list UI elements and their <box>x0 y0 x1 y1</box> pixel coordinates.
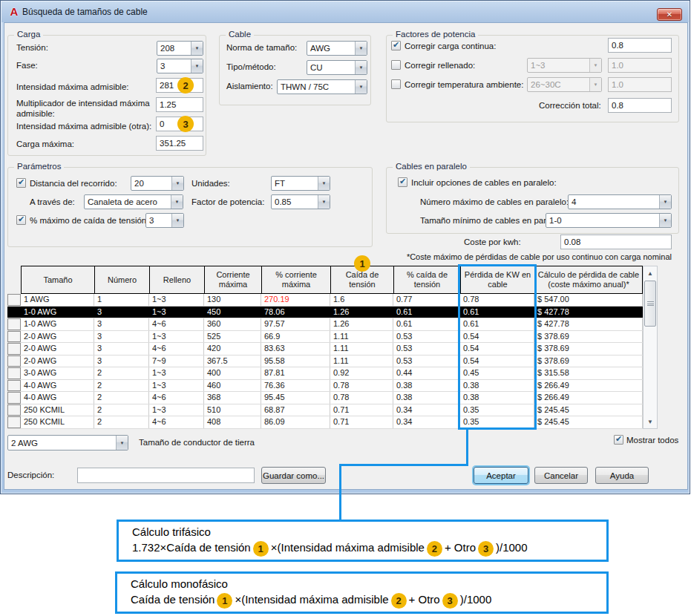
table-cell[interactable]: 400 <box>204 367 261 379</box>
table-cell[interactable]: 367.5 <box>204 355 261 367</box>
table-row[interactable]: 2-0 AWG34~642083.631.110.530.54$ 378.69 <box>7 343 643 355</box>
table-cell[interactable]: 250 KCMIL <box>21 404 94 416</box>
row-selector[interactable] <box>7 404 21 416</box>
table-cell[interactable]: 3-0 AWG <box>21 367 94 379</box>
table-cell[interactable]: $ 266.49 <box>534 392 643 404</box>
table-cell[interactable]: $ 378.69 <box>534 343 643 355</box>
aceptar-button[interactable]: Aceptar <box>474 467 528 484</box>
table-cell[interactable]: 4-0 AWG <box>21 392 94 404</box>
row-selector[interactable] <box>7 392 21 404</box>
mostrar-todos-checkbox[interactable] <box>614 435 623 445</box>
tipo-dropdown-button[interactable]: ▼ <box>355 61 367 74</box>
table-cell[interactable]: 1~3 <box>149 367 204 379</box>
table-cell[interactable]: 1 AWG <box>21 294 94 306</box>
row-selector[interactable] <box>7 380 21 392</box>
table-cell[interactable]: 3 <box>94 343 149 355</box>
table-cell[interactable]: 83.63 <box>261 343 330 355</box>
table-cell[interactable]: 2-0 AWG <box>21 343 94 355</box>
table-cell[interactable]: 0.35 <box>460 416 534 428</box>
table-cell[interactable]: 97.57 <box>261 318 330 330</box>
table-row[interactable]: 2-0 AWG31~352566.91.110.530.54$ 378.69 <box>7 331 643 344</box>
column-header[interactable] <box>7 266 21 294</box>
row-selector[interactable] <box>7 416 21 428</box>
multiplicador-input[interactable] <box>156 97 203 112</box>
column-header[interactable]: Corriente máxima <box>204 266 261 294</box>
tierra-select[interactable]: 2 AWG ▼ <box>7 435 128 450</box>
title-bar[interactable]: A Búsqueda de tamaños de cable ✕ <box>1 1 689 22</box>
traves-select[interactable]: Canaleta de acero ▼ <box>84 194 183 209</box>
column-header[interactable]: % corriente máxima <box>261 266 330 294</box>
table-cell[interactable]: 0.38 <box>460 380 534 392</box>
table-cell[interactable]: $ 245.45 <box>534 416 643 428</box>
table-cell[interactable]: 0.53 <box>393 331 460 343</box>
table-cell[interactable]: 250 KCMIL <box>21 416 94 428</box>
table-cell[interactable]: $ 315.58 <box>534 367 643 379</box>
table-cell[interactable]: 0.44 <box>393 367 460 379</box>
table-cell[interactable]: 0.54 <box>460 331 534 343</box>
table-cell[interactable]: 0.34 <box>393 416 460 428</box>
coste-input[interactable] <box>560 235 672 249</box>
table-cell[interactable]: 3 <box>94 331 149 343</box>
table-cell[interactable]: 66.9 <box>261 331 330 343</box>
caida-checkbox[interactable] <box>16 215 26 225</box>
table-row[interactable]: 1-0 AWG34~636097.571.260.610.61$ 427.78 <box>7 318 643 331</box>
table-cell[interactable]: 0.61 <box>393 318 460 330</box>
table-cell[interactable]: 0.38 <box>460 392 534 404</box>
table-cell[interactable]: 2 <box>94 380 149 392</box>
unidades-select[interactable]: FT ▼ <box>271 176 330 191</box>
table-row[interactable]: 250 KCMIL21~351068.870.710.340.35$ 245.4… <box>7 404 643 417</box>
table-row[interactable]: 3-0 AWG21~340087.810.920.440.45$ 315.58 <box>7 367 643 380</box>
table-cell[interactable]: 2 <box>94 416 149 428</box>
table-cell[interactable]: 4~6 <box>149 318 204 330</box>
table-cell[interactable]: 1~3 <box>149 307 204 318</box>
table-cell[interactable]: 368 <box>204 392 261 404</box>
table-cell[interactable]: 2 <box>94 404 149 416</box>
row-selector[interactable] <box>7 307 21 318</box>
table-cell[interactable]: 270.19 <box>261 294 330 306</box>
column-header[interactable]: Cálculo de pérdida de cable (coste máxim… <box>534 266 643 294</box>
table-cell[interactable]: 7~9 <box>149 355 204 367</box>
distancia-select[interactable]: 20 ▼ <box>131 176 184 191</box>
table-cell[interactable]: 1.6 <box>330 294 393 306</box>
table-cell[interactable]: 0.54 <box>460 343 534 355</box>
table-cell[interactable]: 0.71 <box>330 416 393 428</box>
column-header[interactable]: Pérdida de KW en cable <box>460 266 534 294</box>
carga-maxima-input[interactable] <box>156 136 203 151</box>
table-cell[interactable]: 4~6 <box>149 343 204 355</box>
table-cell[interactable]: 0.61 <box>460 318 534 330</box>
table-cell[interactable]: 525 <box>204 331 261 343</box>
table-cell[interactable]: 0.45 <box>460 367 534 379</box>
table-cell[interactable]: 4~6 <box>149 416 204 428</box>
table-cell[interactable]: 450 <box>204 307 261 318</box>
norma-dropdown-button[interactable]: ▼ <box>355 42 367 55</box>
table-cell[interactable]: 2-0 AWG <box>21 355 94 367</box>
scroll-up-button[interactable]: ▲ <box>643 267 657 279</box>
table-cell[interactable]: $ 266.49 <box>534 380 643 392</box>
caida-select[interactable]: 3 ▼ <box>145 213 184 228</box>
table-cell[interactable]: 1-0 AWG <box>21 318 94 330</box>
table-cell[interactable]: 78.06 <box>261 307 330 318</box>
traves-dropdown-button[interactable]: ▼ <box>171 195 183 209</box>
row-selector[interactable] <box>7 367 21 379</box>
column-header[interactable]: Número <box>94 266 149 294</box>
row-selector[interactable] <box>7 294 21 306</box>
tierra-dropdown-button[interactable]: ▼ <box>116 436 128 450</box>
table-cell[interactable]: 1.11 <box>330 343 393 355</box>
table-cell[interactable]: 0.54 <box>460 355 534 367</box>
scroll-down-button[interactable]: ▼ <box>643 416 657 427</box>
table-cell[interactable]: 1 <box>94 294 149 306</box>
aislamiento-select[interactable]: THWN / 75C ▼ <box>277 79 367 94</box>
tipo-select[interactable]: CU ▼ <box>307 60 367 75</box>
table-cell[interactable]: 87.81 <box>261 367 330 379</box>
table-cell[interactable]: 510 <box>204 404 261 416</box>
table-cell[interactable]: 0.78 <box>330 392 393 404</box>
table-cell[interactable]: 1~3 <box>149 294 204 306</box>
row-selector[interactable] <box>7 318 21 330</box>
numero-dropdown-button[interactable]: ▼ <box>659 195 671 209</box>
table-cell[interactable]: 420 <box>204 343 261 355</box>
table-cell[interactable]: 1.11 <box>330 355 393 367</box>
carga-continua-input[interactable] <box>608 38 672 53</box>
table-cell[interactable]: 0.92 <box>330 367 393 379</box>
scrollbar-thumb[interactable] <box>644 281 656 327</box>
tension-select[interactable]: 208 ▼ <box>157 41 203 56</box>
